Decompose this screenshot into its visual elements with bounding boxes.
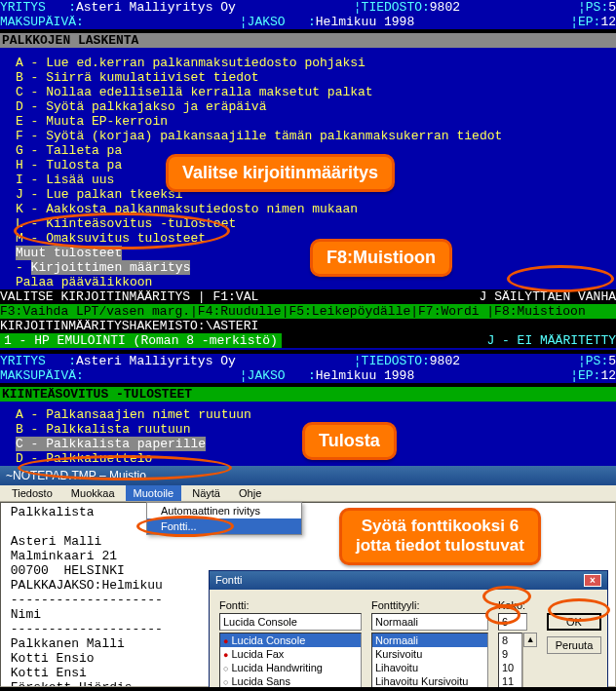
oval-koko (482, 586, 531, 607)
list-item[interactable]: 8 (499, 633, 521, 647)
tiedosto-label: ¦TIEDOSTO: (354, 0, 430, 15)
tiedosto-value: 9802 (430, 0, 460, 15)
font-list[interactable]: Lucida ConsoleLucida FaxLucida Handwriti… (219, 633, 362, 687)
oval-size-input (485, 605, 520, 625)
menu-nayta[interactable]: Näytä (184, 485, 228, 501)
size-list[interactable]: 891011121416 (498, 633, 522, 687)
header-row-2: MAKSUPÄIVÄ: ¦JAKSO : Helmikuu 1998 ¦EP: … (0, 15, 616, 29)
oval-palkkalista (18, 455, 232, 480)
cancel-button[interactable]: Peruuta (547, 636, 601, 654)
list-item[interactable]: Kursivoitu (372, 647, 487, 661)
menu-item[interactable]: D - Syötä palkkajakso ja eräpäivä (0, 99, 616, 114)
status-printers: 1 - HP EMULOINTI (Roman 8 -merkistö) J -… (0, 333, 616, 348)
yritys-label: YRITYS : (0, 0, 76, 15)
font-label: Fontti: (219, 599, 362, 611)
jakso-value: Helmikuu 1998 (316, 15, 414, 29)
ep-label: ¦EP: (570, 15, 600, 29)
header2-row-1: YRITYS : Asteri Malliyritys Oy ¦TIEDOSTO… (0, 354, 616, 368)
ep-value: 12 (600, 15, 616, 29)
oval-menu-hi (14, 212, 230, 250)
list-item[interactable]: Lihavoitu Kursivoitu (372, 674, 487, 687)
menu-item[interactable]: F - Syötä (korjaa) palkansaajille tämän … (0, 129, 616, 143)
jakso-label: ¦JAKSO : (240, 15, 316, 29)
menu-tiedosto[interactable]: Tiedosto (4, 485, 60, 501)
font-dialog: Fontti × Fontti: Lucida ConsoleLucida Fa… (209, 570, 608, 687)
list-item[interactable]: Lucida Sans (220, 674, 361, 687)
callout-f8-muistio: F8:Muistioon (310, 239, 452, 277)
list-item[interactable]: Lucida Handwriting (220, 661, 361, 674)
list-item[interactable]: Lihavoitu (372, 661, 487, 674)
menu-item[interactable]: B - Siirrä kumulatiiviset tiedot (0, 70, 616, 85)
status-valitse: VALITSE KIRJOITINMÄÄRITYS | F1:VAL J SÄI… (0, 289, 616, 304)
callout-fonttikoko: Syötä fonttikooksi 6jotta tiedot tulostu… (339, 508, 541, 565)
close-icon[interactable]: × (584, 574, 601, 587)
list-item[interactable]: 11 (499, 674, 521, 687)
ps-value: 5 (608, 0, 616, 15)
list-item[interactable]: 9 (499, 647, 521, 661)
notepad-menubar[interactable]: Tiedosto Muokkaa Muotoile Näytä Ohje (0, 485, 616, 502)
style-list[interactable]: NormaaliKursivoituLihavoituLihavoitu Kur… (371, 633, 488, 687)
menu-item[interactable]: C - Nollaa edellisellä kerralla maksetut… (0, 85, 616, 99)
menu-item[interactable]: A - Lue ed.kerran palkanmaksutiedosto po… (0, 56, 616, 70)
status-fkeys: F3:Vaihda LPT/vasen marg.|F4:Ruudulle|F5… (0, 304, 616, 319)
font-dialog-title: Fontti × (210, 571, 607, 590)
notepad-window: ~NOTEPAD.TMP – Muistio Tiedosto Muokkaa … (0, 466, 616, 687)
style-input[interactable] (371, 613, 488, 631)
oval-fontti-menu (136, 516, 234, 537)
list-item[interactable]: Lucida Fax (220, 647, 361, 661)
oval-ok (548, 598, 610, 622)
scroll-up-icon[interactable]: ▲ (523, 633, 537, 647)
list-item[interactable]: 10 (499, 661, 521, 674)
list-item[interactable]: Normaali (372, 633, 487, 647)
header2-row-2: MAKSUPÄIVÄ: ¦JAKSO : Helmikuu 1998 ¦EP: … (0, 368, 616, 383)
header-row-1: YRITYS : Asteri Malliyritys Oy ¦TIEDOSTO… (0, 0, 616, 15)
size-scrollbar[interactable]: ▲ ▼ (522, 633, 537, 687)
menu-ohje[interactable]: Ohje (231, 485, 269, 501)
menu-item[interactable]: A - Palkansaajien nimet ruutuun (0, 407, 616, 422)
status-hakemisto: KIRJOITINMÄÄRITYSHAKEMISTO:\ASTERI (0, 319, 616, 333)
menu-muokkaa[interactable]: Muokkaa (63, 485, 123, 501)
font-input[interactable] (219, 613, 362, 631)
menu-item[interactable]: E - Muuta EP-kerroin (0, 114, 616, 129)
callout-tulosta: Tulosta (302, 422, 397, 460)
dos-screen-1: YRITYS : Asteri Malliyritys Oy ¦TIEDOSTO… (0, 0, 616, 350)
callout-valitse-maar: Valitse kirjoitinmääritys (166, 154, 395, 192)
list-item[interactable]: Lucida Console (220, 633, 361, 647)
section-title-palkkojen: PALKKOJEN LASKENTA (0, 33, 616, 48)
dos-screen-2: YRITYS : Asteri Malliyritys Oy ¦TIEDOSTO… (0, 354, 616, 466)
oval-f8 (507, 265, 614, 292)
style-label: Fonttityyli: (371, 599, 488, 611)
yritys-value: Asteri Malliyritys Oy (76, 0, 236, 15)
menu-muotoile[interactable]: Muotoile (126, 485, 182, 501)
ps-label: ¦PS: (578, 0, 608, 15)
maksupvm-label: MAKSUPÄIVÄ: (0, 15, 84, 29)
section-title-kiintea: KIINTEÄSOVITUS -TULOSTEET (0, 387, 616, 402)
